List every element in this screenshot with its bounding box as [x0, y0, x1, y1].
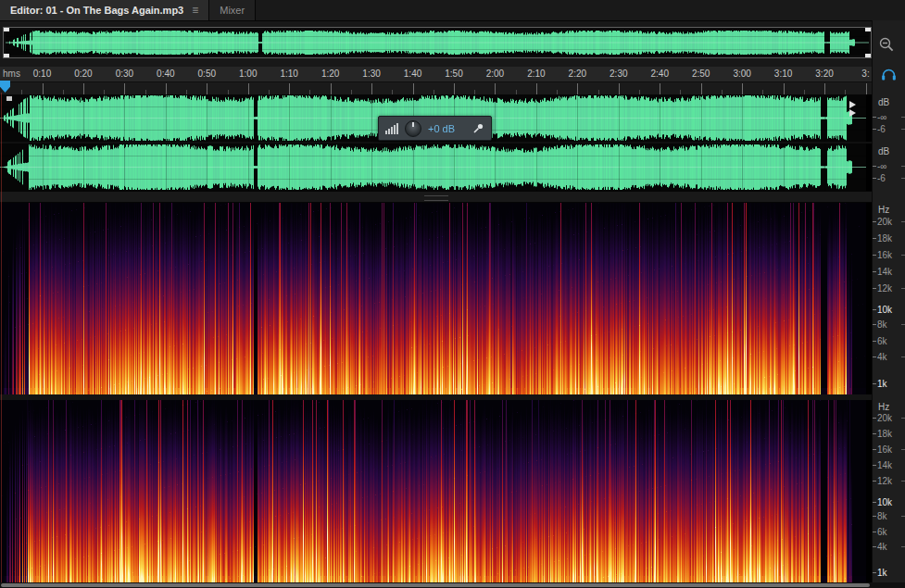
- scale-tick: [901, 221, 905, 222]
- scale-tick: [873, 255, 876, 256]
- waveform-canvas-right[interactable]: [0, 144, 866, 191]
- tab-editor[interactable]: Editor: 01 - On The Bags Again.mp3 ≡: [0, 0, 209, 20]
- timeline-tick: [207, 83, 207, 94]
- scale-tick: [873, 166, 876, 167]
- spectrogram-canvas-right[interactable]: [0, 400, 866, 582]
- navigator-handle-right[interactable]: [865, 28, 871, 57]
- scale-tick: [901, 117, 905, 118]
- db-tick-label: -6: [877, 174, 886, 183]
- volume-hud: +0 dB: [378, 116, 492, 141]
- hz-tick-label: 18k: [877, 234, 892, 244]
- hz-tick-label: 10k: [877, 498, 892, 507]
- handle-corner: [865, 28, 871, 31]
- hud-gain-value: +0 dB: [428, 123, 455, 134]
- hz-tick-label: 4k: [877, 353, 887, 362]
- divider-grip: [424, 195, 448, 201]
- timeline-tick: [495, 83, 496, 94]
- timeline-label: 1:50: [445, 69, 462, 79]
- zoom-out-icon[interactable]: [878, 36, 895, 53]
- scale-tick: [873, 117, 876, 118]
- hz-unit-label: Hz: [878, 206, 889, 215]
- waveform-display[interactable]: [0, 94, 872, 191]
- timeline-tick: [289, 83, 290, 94]
- timeline-tick: [248, 83, 249, 94]
- tab-editor-label: Editor: 01 - On The Bags Again.mp3: [10, 5, 183, 16]
- timeline-label: 2:30: [610, 69, 627, 79]
- headphones-icon[interactable]: [881, 68, 897, 81]
- scale-tick: [873, 449, 876, 450]
- hz-tick-label: 12k: [877, 477, 892, 486]
- timeline-tick: [824, 83, 825, 94]
- scale-tick: [873, 433, 876, 434]
- scale-tick: [873, 288, 876, 289]
- timeline-tick: [331, 83, 332, 94]
- scrollbar-thumb[interactable]: [1, 583, 870, 587]
- hz-tick-label: 12k: [877, 284, 892, 294]
- hz-tick-label: 6k: [877, 337, 887, 346]
- selection-handle-top[interactable]: [849, 101, 856, 108]
- timeline-label: 0:40: [157, 69, 174, 79]
- scale-tick: [901, 324, 905, 325]
- overview-waveform-canvas[interactable]: [6, 30, 869, 56]
- timeline-label: 2:00: [486, 69, 504, 79]
- timeline-tick: [742, 83, 743, 94]
- scale-tick: [901, 129, 905, 130]
- timeline-label: 0:50: [198, 69, 216, 79]
- timeline-tick: [413, 83, 414, 94]
- level-meter-icon: [385, 122, 398, 134]
- selection-handle-bottom[interactable]: [849, 109, 856, 117]
- timeline-label: 1:20: [321, 69, 339, 79]
- navigator-handle-left[interactable]: [4, 28, 9, 57]
- panel-divider[interactable]: [0, 191, 872, 203]
- zoom-navigator[interactable]: [3, 27, 872, 58]
- hz-tick-label: 1k: [877, 569, 887, 578]
- db-tick-label: -∞: [877, 162, 886, 171]
- timeline-label: 0:20: [74, 69, 92, 79]
- timeline-tick: [124, 83, 125, 94]
- scale-tick: [873, 546, 876, 547]
- scale-tick: [873, 129, 876, 130]
- timeline-ruler[interactable]: hms 0:100:200:300:400:501:001:101:201:30…: [0, 67, 872, 94]
- scale-tick: [873, 341, 876, 342]
- handle-corner: [4, 28, 9, 31]
- pin-icon: [471, 122, 484, 135]
- channel-separator: [0, 142, 872, 144]
- spectrogram-canvas-left[interactable]: [0, 203, 866, 394]
- tab-mixer-label: Mixer: [220, 5, 245, 16]
- timeline-label: 3:10: [774, 69, 792, 79]
- spectrogram-display-right[interactable]: [0, 400, 872, 582]
- handle-corner: [865, 54, 871, 57]
- timeline-tick: [660, 83, 660, 94]
- hz-tick-label: 14k: [877, 268, 892, 277]
- timeline-tick: [43, 83, 44, 94]
- volume-knob[interactable]: [405, 120, 421, 137]
- scale-tick: [901, 516, 905, 517]
- timeline-label: 0:30: [116, 69, 133, 79]
- timeline-label: 3:20: [815, 69, 833, 79]
- spectrogram-display-left[interactable]: [0, 203, 872, 394]
- timeline-tick: [83, 83, 84, 94]
- scale-tick: [873, 516, 876, 517]
- timeline-tick: [866, 83, 867, 94]
- tab-mixer[interactable]: Mixer: [209, 0, 256, 20]
- scale-tick: [873, 178, 876, 179]
- scale-tick: [873, 324, 876, 325]
- scale-tick: [873, 418, 876, 419]
- scale-tick: [873, 502, 876, 503]
- timeline-label: 1:00: [239, 69, 257, 79]
- clip-fade-handle-left[interactable]: [6, 96, 12, 101]
- horizontal-scrollbar[interactable]: [0, 582, 905, 588]
- db-tick-label: -∞: [877, 113, 886, 122]
- timeline-unit-label: hms: [3, 69, 20, 79]
- playhead-line: [1, 93, 2, 582]
- hz-tick-label: 10k: [877, 306, 892, 315]
- hz-tick-label: 16k: [877, 445, 892, 455]
- timeline-tick: [166, 83, 167, 94]
- timeline-label: 2:20: [569, 69, 586, 79]
- timeline-label: 3:00: [733, 69, 750, 79]
- panel-menu-icon[interactable]: ≡: [192, 4, 198, 17]
- pin-button[interactable]: [471, 122, 484, 135]
- timeline-label: 1:10: [280, 69, 297, 79]
- timeline-label: 2:10: [527, 69, 545, 79]
- handle-corner: [4, 54, 9, 57]
